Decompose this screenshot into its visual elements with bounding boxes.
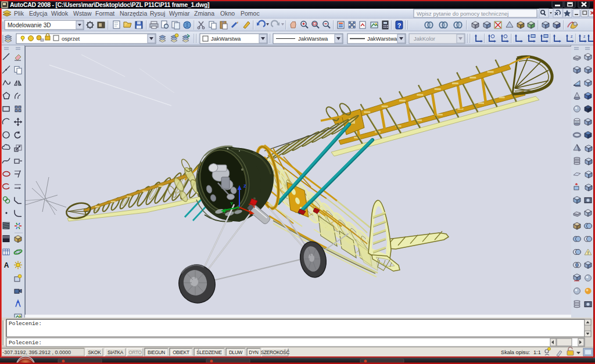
svg-text:DLUW: DLUW (229, 349, 243, 355)
svg-text:Rysuj: Rysuj (150, 10, 165, 17)
svg-text:z: z (583, 34, 586, 38)
svg-text:z: z (571, 34, 573, 38)
svg-text:Edycja: Edycja (29, 10, 48, 17)
svg-text:Polecenie:: Polecenie: (9, 340, 42, 346)
svg-text:!: ! (587, 250, 589, 255)
svg-text:Polecenie:: Polecenie: (9, 320, 42, 327)
svg-text:AutoCAD 2008 - [C:\Users\mar\D: AutoCAD 2008 - [C:\Users\mar\Desktop\doc… (10, 1, 209, 8)
svg-text:Skala opisu:: Skala opisu: (501, 349, 530, 355)
svg-text:DYN: DYN (249, 349, 259, 355)
svg-text:-307.3192, 395.2912 , 0.0000: -307.3192, 395.2912 , 0.0000 (2, 349, 71, 355)
svg-text:ŚLEDZENIE: ŚLEDZENIE (196, 349, 222, 355)
svg-text:?: ? (397, 22, 402, 29)
svg-text:Format: Format (95, 10, 114, 17)
svg-text:Okno: Okno (220, 10, 235, 17)
svg-text:OBIEKT: OBIEKT (173, 349, 189, 355)
svg-text:Pomoc: Pomoc (241, 10, 260, 17)
svg-text:JakWarstwa: JakWarstwa (298, 35, 328, 42)
svg-text:Wpisz pytanie do pomocy techni: Wpisz pytanie do pomocy technicznej (417, 10, 508, 17)
svg-text:A: A (4, 261, 9, 269)
svg-text:Wstaw: Wstaw (73, 10, 92, 17)
svg-text:JakWarstwa: JakWarstwa (211, 35, 241, 42)
svg-text:SZEROKOŚĆ: SZEROKOŚĆ (261, 349, 290, 355)
svg-text:Plik: Plik (14, 10, 24, 17)
svg-text:osprzet: osprzet (62, 35, 80, 42)
svg-text:Zmiana: Zmiana (194, 10, 214, 17)
svg-text:Wymiar: Wymiar (169, 10, 190, 17)
svg-text:BIEGUN: BIEGUN (148, 349, 165, 355)
svg-text:Narzędzia: Narzędzia (120, 10, 147, 17)
svg-text:JakKolor: JakKolor (414, 35, 435, 42)
svg-text:1:1: 1:1 (533, 349, 541, 355)
svg-text:SKOK: SKOK (88, 349, 102, 355)
svg-text:ORTO: ORTO (128, 349, 142, 355)
svg-text:Z: Z (243, 183, 246, 189)
svg-text:Modelowanie 3D: Modelowanie 3D (8, 22, 51, 28)
svg-text:Y: Y (230, 201, 234, 206)
svg-text:JakWarstwa: JakWarstwa (367, 35, 397, 42)
svg-text:Widok: Widok (51, 10, 69, 17)
svg-text:SIATKA: SIATKA (107, 349, 124, 355)
